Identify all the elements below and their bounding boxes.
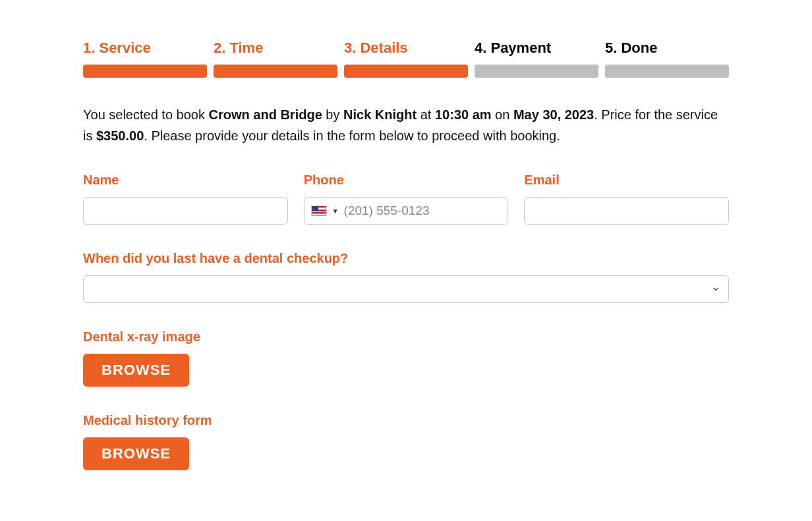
phone-label: Phone — [304, 173, 509, 188]
medical-label: Medical history form — [83, 413, 729, 428]
xray-label: Dental x-ray image — [83, 329, 729, 344]
summary-date: May 30, 2023 — [513, 107, 594, 122]
phone-field-group: Phone ▼ — [304, 173, 509, 225]
step-done: 5. Done — [605, 40, 729, 78]
step-bar — [344, 65, 468, 78]
name-label: Name — [83, 173, 288, 188]
step-bar — [605, 65, 729, 78]
step-bar — [83, 65, 207, 78]
step-bar — [475, 65, 598, 78]
summary-text: at — [417, 107, 435, 122]
summary-service: Crown and Bridge — [209, 107, 322, 122]
phone-input-wrap: ▼ — [304, 197, 509, 225]
step-bar — [214, 65, 337, 78]
contact-row: Name Phone ▼ Email — [83, 173, 729, 225]
email-input[interactable] — [524, 197, 729, 225]
us-flag-icon[interactable] — [311, 206, 327, 216]
xray-field-group: Dental x-ray image BROWSE — [83, 329, 729, 387]
progress-steps: 1. Service 2. Time 3. Details 4. Payment… — [83, 40, 729, 78]
step-details: 3. Details — [344, 40, 468, 78]
chevron-down-icon[interactable]: ▼ — [332, 207, 339, 215]
summary-text: on — [492, 107, 513, 122]
summary-text: by — [322, 107, 343, 122]
step-label: 5. Done — [605, 40, 729, 57]
name-input[interactable] — [83, 197, 288, 225]
checkup-field-group: When did you last have a dental checkup? — [83, 251, 729, 303]
summary-time: 10:30 am — [435, 107, 492, 122]
email-label: Email — [524, 173, 729, 188]
step-label: 1. Service — [83, 40, 207, 57]
checkup-label: When did you last have a dental checkup? — [83, 251, 729, 266]
email-field-group: Email — [524, 173, 729, 225]
step-payment: 4. Payment — [475, 40, 598, 78]
booking-summary: You selected to book Crown and Bridge by… — [83, 104, 729, 146]
step-label: 2. Time — [214, 40, 337, 57]
phone-input[interactable] — [344, 198, 502, 224]
browse-medical-button[interactable]: BROWSE — [83, 437, 189, 470]
step-label: 4. Payment — [475, 40, 598, 57]
step-service: 1. Service — [83, 40, 207, 78]
summary-text: . Please provide your details in the for… — [144, 128, 560, 143]
step-label: 3. Details — [344, 40, 468, 57]
medical-field-group: Medical history form BROWSE — [83, 413, 729, 470]
summary-price: $350.00 — [96, 128, 144, 143]
summary-provider: Nick Knight — [343, 107, 417, 122]
checkup-select[interactable] — [83, 275, 729, 303]
booking-form: 1. Service 2. Time 3. Details 4. Payment… — [44, 26, 768, 521]
browse-xray-button[interactable]: BROWSE — [83, 354, 189, 387]
summary-text: You selected to book — [83, 107, 209, 122]
name-field-group: Name — [83, 173, 288, 225]
step-time: 2. Time — [214, 40, 337, 78]
